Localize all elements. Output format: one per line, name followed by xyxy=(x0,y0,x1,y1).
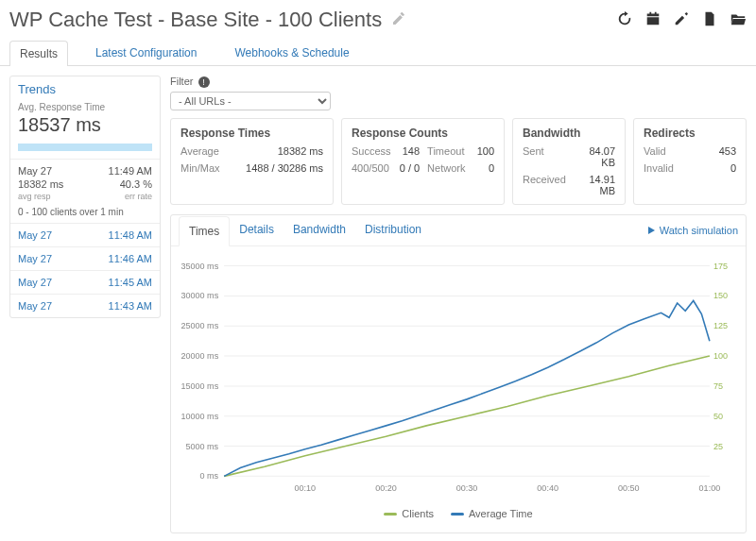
trends-sparkline xyxy=(18,144,152,151)
legend-average-time: Average Time xyxy=(451,508,533,519)
trends-subtitle: Avg. Response Time xyxy=(10,102,160,112)
chart-tabs: Times Details Bandwidth Distribution Wat… xyxy=(171,215,746,246)
chart-legend: Clients Average Time xyxy=(179,504,738,527)
svg-text:00:50: 00:50 xyxy=(618,483,640,493)
svg-text:00:30: 00:30 xyxy=(456,483,478,493)
info-icon[interactable]: ! xyxy=(198,76,210,88)
svg-text:30000 ms: 30000 ms xyxy=(181,291,219,300)
svg-text:0 ms: 0 ms xyxy=(200,471,219,481)
svg-text:50: 50 xyxy=(713,412,723,421)
run-date: May 27 xyxy=(18,165,85,177)
svg-text:25000 ms: 25000 ms xyxy=(181,321,219,330)
calendar-icon[interactable] xyxy=(644,10,662,30)
card-response-counts: Response Counts Success 148 Timeout 100 … xyxy=(341,118,505,205)
tab-latest-configuration[interactable]: Latest Configuration xyxy=(85,40,207,65)
svg-text:35000 ms: 35000 ms xyxy=(181,262,219,271)
document-icon[interactable] xyxy=(701,10,718,30)
header-actions xyxy=(616,10,747,30)
trends-panel: Trends Avg. Response Time 18537 ms May 2… xyxy=(9,76,161,318)
card-response-times: Response Times Average 18382 ms Min/Max … xyxy=(170,118,334,205)
svg-text:175: 175 xyxy=(713,262,728,271)
svg-text:100: 100 xyxy=(713,351,728,361)
chart-tab-details[interactable]: Details xyxy=(230,215,284,245)
watch-simulation-link[interactable]: Watch simulation xyxy=(646,225,738,236)
svg-text:20000 ms: 20000 ms xyxy=(181,351,219,361)
run-history-3[interactable]: May 27 11:43 AM xyxy=(10,294,160,317)
run-err-rate-label: err rate xyxy=(85,192,152,201)
svg-text:00:20: 00:20 xyxy=(375,483,397,493)
svg-text:75: 75 xyxy=(713,381,723,391)
svg-text:125: 125 xyxy=(713,321,728,330)
play-icon xyxy=(646,226,656,235)
svg-text:5000 ms: 5000 ms xyxy=(186,442,219,451)
svg-text:150: 150 xyxy=(713,291,728,300)
page-title: WP Cache Test - Base Site - 100 Clients xyxy=(9,8,406,32)
run-history-0[interactable]: May 27 11:48 AM xyxy=(10,223,160,246)
chart-tab-times[interactable]: Times xyxy=(179,216,230,246)
card-redirects: Redirects Valid 453 Invalid 0 xyxy=(633,118,747,205)
svg-text:10000 ms: 10000 ms xyxy=(181,412,219,421)
svg-text:00:40: 00:40 xyxy=(537,483,558,493)
chart-tab-bandwidth[interactable]: Bandwidth xyxy=(284,215,355,245)
page-title-text: WP Cache Test - Base Site - 100 Clients xyxy=(9,8,382,32)
svg-text:01:00: 01:00 xyxy=(699,483,721,493)
compose-icon[interactable] xyxy=(673,10,690,30)
svg-text:00:10: 00:10 xyxy=(295,483,317,493)
chart-panel: Times Details Bandwidth Distribution Wat… xyxy=(170,214,747,533)
run-history-1[interactable]: May 27 11:46 AM xyxy=(10,246,160,270)
filter-select[interactable]: - All URLs - xyxy=(170,92,331,110)
chart: 0 ms5000 ms10000 ms15000 ms20000 ms25000… xyxy=(179,256,738,501)
run-range: 0 - 100 clients over 1 min xyxy=(18,203,152,217)
sidebar: Trends Avg. Response Time 18537 ms May 2… xyxy=(9,76,161,533)
reload-icon[interactable] xyxy=(616,10,633,30)
filter-label: Filter ! xyxy=(170,76,210,88)
card-bandwidth: Bandwidth Sent 84.07 KB Received 14.91 M… xyxy=(512,118,626,205)
run-avg-resp-label: avg resp xyxy=(18,192,85,201)
run-history-2[interactable]: May 27 11:45 AM xyxy=(10,270,160,294)
svg-text:25: 25 xyxy=(713,442,723,451)
tab-webhooks-schedule[interactable]: Webhooks & Schedule xyxy=(224,40,359,65)
tab-results[interactable]: Results xyxy=(9,41,68,66)
stat-cards: Response Times Average 18382 ms Min/Max … xyxy=(170,118,747,205)
chart-tab-distribution[interactable]: Distribution xyxy=(355,215,431,245)
legend-clients: Clients xyxy=(384,508,434,519)
main-tabs: Results Latest Configuration Webhooks & … xyxy=(0,36,756,66)
run-err-rate: 40.3 % xyxy=(85,178,152,190)
run-current[interactable]: May 27 11:49 AM 18382 ms 40.3 % avg resp… xyxy=(10,159,160,223)
edit-title-icon[interactable] xyxy=(391,8,406,32)
svg-text:15000 ms: 15000 ms xyxy=(181,381,219,391)
main-content: Filter ! - All URLs - Response Times Ave… xyxy=(170,76,747,533)
run-avg-resp: 18382 ms xyxy=(18,178,85,190)
trends-title[interactable]: Trends xyxy=(10,76,160,102)
run-time: 11:49 AM xyxy=(85,165,152,177)
trends-value: 18537 ms xyxy=(10,112,160,144)
folder-open-icon[interactable] xyxy=(730,10,747,30)
